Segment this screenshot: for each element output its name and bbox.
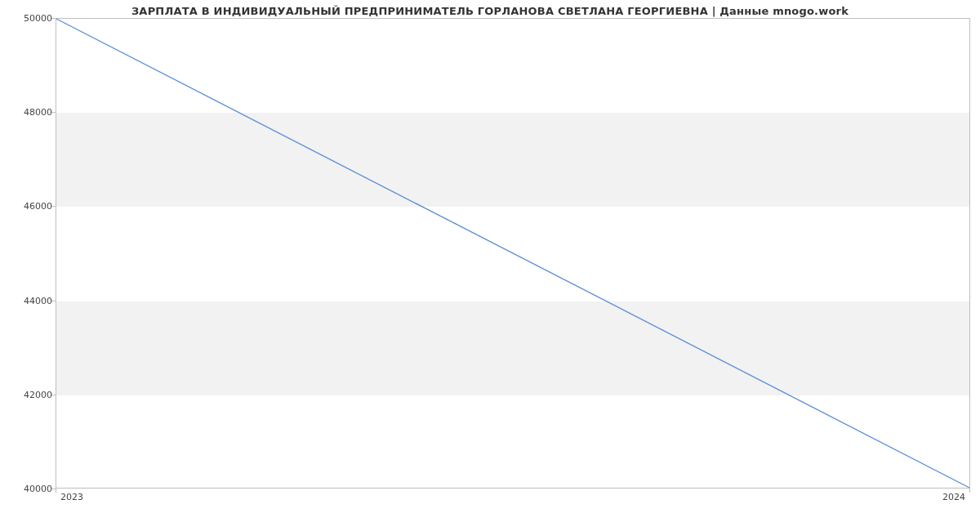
y-tick-label: 48000 <box>7 107 52 118</box>
y-tick-label: 46000 <box>7 201 52 212</box>
x-tick-label: 2024 <box>942 492 965 502</box>
y-tick-label: 40000 <box>7 484 52 494</box>
plot-area <box>56 18 970 489</box>
y-tick-label: 44000 <box>7 295 52 306</box>
y-tick-label: 42000 <box>7 389 52 399</box>
x-tick-label: 2023 <box>60 492 83 502</box>
x-tick <box>969 489 970 493</box>
chart-title: ЗАРПЛАТА В ИНДИВИДУАЛЬНЫЙ ПРЕДПРИНИМАТЕЛ… <box>0 5 980 17</box>
x-tick <box>56 489 56 493</box>
salary-series-path <box>56 19 969 488</box>
series-line <box>56 19 969 488</box>
y-tick-label: 50000 <box>7 13 52 24</box>
salary-line-chart: ЗАРПЛАТА В ИНДИВИДУАЛЬНЫЙ ПРЕДПРИНИМАТЕЛ… <box>0 0 980 531</box>
